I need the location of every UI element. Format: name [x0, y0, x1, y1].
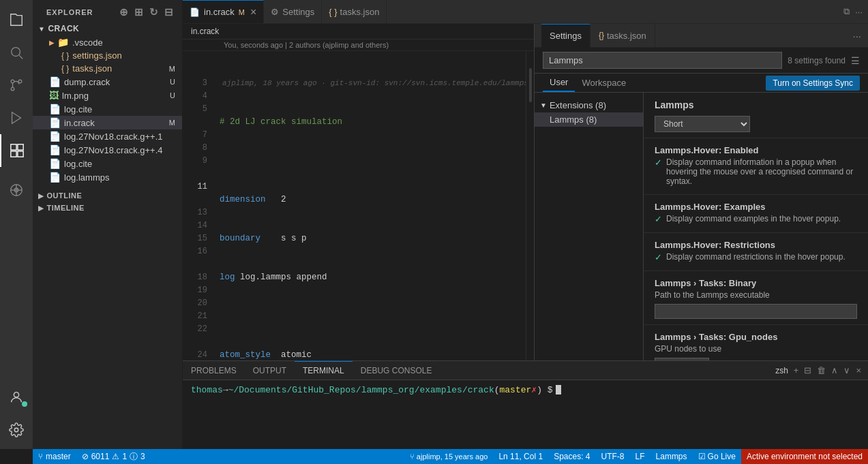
error-icon: ⊘ [82, 452, 89, 461]
tasks-gpu-desc: GPU nodes to use [655, 344, 857, 354]
settings-tab-label: Settings [282, 7, 314, 17]
git-branch-status[interactable]: ⑂ master [33, 449, 76, 464]
terminal-trash-icon[interactable]: 🗑 [817, 365, 826, 375]
encoding-status[interactable]: UTF-8 [596, 449, 630, 464]
log-cite2-item[interactable]: 📄 log.cite [33, 157, 182, 170]
log-lammps-label: log.lammps [64, 172, 109, 183]
extensions-icon[interactable] [0, 134, 33, 167]
git-blame-label: ⑂ ajplimp, 15 years ago [410, 452, 488, 461]
code-lines[interactable]: ajplimp, 18 years ago · git-svn-id: svn:… [217, 51, 526, 360]
hover-examples-title: Lammps.Hover: Examples [655, 202, 857, 212]
terminal-branch: master [500, 385, 532, 395]
settings-inner-tab[interactable]: Settings [541, 24, 590, 48]
vscode-folder[interactable]: ▶ 📁 .vscode [33, 35, 182, 49]
code-line: log log.lammps append [220, 271, 526, 284]
terminal-down-icon[interactable]: ∨ [843, 365, 850, 375]
in-crack-tab[interactable]: 📄 in.crack M × [183, 0, 264, 24]
account-icon[interactable] [0, 381, 33, 414]
tasks-json-tab[interactable]: { } tasks.json [322, 0, 387, 24]
timeline-section[interactable]: ▶TIMELINE [33, 202, 182, 214]
lammps-settings-title: Lammps [644, 93, 868, 113]
settings-content[interactable]: Lammps Short Long Lammps.Hover: Enabl [644, 93, 868, 360]
new-file-icon[interactable]: ⊕ [119, 6, 129, 18]
errors-status[interactable]: ⊘ 6011 ⚠ 1 ⓘ 3 [76, 449, 151, 464]
log-cite-label: log.cite [64, 104, 92, 114]
encoding-label: UTF-8 [601, 452, 625, 461]
line-col-status[interactable]: Ln 11, Col 1 [493, 449, 548, 464]
workspace-tab[interactable]: Workspace [575, 74, 633, 91]
lm-png-item[interactable]: 🖼 lm.png U [33, 89, 182, 102]
settings-tab[interactable]: ⚙ Settings [264, 0, 322, 24]
code-line: dimension 2 [220, 194, 526, 206]
python-env-status[interactable]: Active environment not selected [741, 449, 868, 464]
in-crack-tab-modified: M [239, 8, 245, 16]
vscode-folder-label: .vscode [72, 37, 103, 48]
tasks-json-label: tasks.json [72, 63, 112, 74]
source-control-icon[interactable] [0, 69, 33, 102]
terminal-add-icon[interactable]: + [794, 365, 799, 375]
sync-settings-button[interactable]: Turn on Settings Sync [766, 76, 860, 91]
warning-icon: ⚠ [112, 452, 119, 461]
dump-crack-item[interactable]: 📄 dump.crack U [33, 75, 182, 89]
git-blame-status[interactable]: ⑂ ajplimp, 15 years ago [404, 449, 494, 464]
extensions-tree-item[interactable]: ▼ Extensions (8) [535, 98, 643, 112]
lammps-icon[interactable] [0, 174, 33, 206]
refresh-icon[interactable]: ↻ [149, 6, 159, 18]
lammps-style-dropdown[interactable]: Short Long [655, 116, 750, 132]
more-tabs-icon[interactable]: ··· [855, 7, 863, 17]
debug-console-tab[interactable]: DEBUG CONSOLE [353, 361, 440, 380]
code-body[interactable]: 3 4 5 7 8 9 11 13 14 15 [183, 51, 534, 360]
hover-enabled-desc: Display command information in a popup w… [666, 157, 857, 186]
debug-icon[interactable] [0, 102, 33, 134]
lammps-tree-item[interactable]: Lammps (8) [535, 112, 643, 127]
error-count: 6011 [91, 452, 110, 461]
in-crack-tab-close[interactable]: × [250, 6, 256, 18]
log-cite-item[interactable]: 📄 log.cite [33, 102, 182, 116]
log1-item[interactable]: 📄 log.27Nov18.crack.g++.1 [33, 129, 182, 143]
outline-section[interactable]: ▶OUTLINE [33, 189, 182, 202]
language-status[interactable]: Lammps [650, 449, 693, 464]
terminal-cursor[interactable] [556, 385, 561, 395]
terminal-tabs-bar: PROBLEMS OUTPUT TERMINAL DEBUG CONSOLE z… [183, 361, 868, 380]
editor-scrollbar[interactable] [526, 51, 534, 360]
go-live-status[interactable]: ☑ Go Live [693, 449, 741, 464]
svg-rect-7 [18, 144, 23, 150]
settings-json-item[interactable]: { } settings.json [33, 49, 182, 62]
settings-panel: Settings {} tasks.json ··· 8 settings fo… [534, 24, 868, 360]
terminal-split-icon[interactable]: ⊟ [804, 365, 811, 375]
user-tab[interactable]: User [543, 74, 575, 92]
files-icon[interactable] [0, 3, 33, 36]
settings-gear-icon[interactable] [0, 414, 33, 446]
tasks-binary-input[interactable]: /home/thomas/bin/lmp [655, 304, 857, 319]
settings-filter-icon[interactable]: ☰ [851, 55, 860, 66]
tabs-bar: 📄 in.crack M × ⚙ Settings { } tasks.json… [183, 0, 868, 24]
collapse-all-icon[interactable]: ⊟ [164, 6, 174, 18]
settings-tree: ▼ Extensions (8) Lammps (8) [535, 93, 644, 360]
tasks-json-item[interactable]: { } tasks.json M [33, 62, 182, 75]
hover-restrictions-title: Lammps.Hover: Restrictions [655, 240, 857, 250]
terminal-area: PROBLEMS OUTPUT TERMINAL DEBUG CONSOLE z… [183, 360, 868, 449]
settings-search-input[interactable] [543, 52, 782, 69]
hover-enabled-title: Lammps.Hover: Enabled [655, 145, 857, 155]
terminal-tab[interactable]: TERMINAL [295, 361, 353, 380]
log4-item[interactable]: 📄 log.27Nov18.crack.g++.4 [33, 143, 182, 157]
spaces-status[interactable]: Spaces: 4 [548, 449, 595, 464]
hover-examples-desc: Display command examples in the hover po… [666, 214, 841, 223]
search-icon[interactable] [0, 36, 33, 69]
crack-section[interactable]: ▼ CRACK [33, 22, 182, 35]
git-branch-icon: ⑂ [38, 452, 43, 461]
settings-panel-menu-icon[interactable]: ··· [852, 30, 861, 42]
split-editor-icon[interactable]: ⧉ [843, 6, 850, 17]
problems-tab[interactable]: PROBLEMS [183, 361, 245, 380]
in-crack-item[interactable]: 📄 in.crack M [33, 116, 182, 129]
terminal-body[interactable]: thomas → ~/Documents/GitHub_Repos/lammps… [183, 380, 868, 449]
terminal-close-icon[interactable]: × [856, 365, 861, 375]
output-tab[interactable]: OUTPUT [245, 361, 295, 380]
new-folder-icon[interactable]: ⊞ [134, 6, 144, 18]
tasks-json-inner-tab[interactable]: {} tasks.json [590, 24, 655, 48]
log-lammps-item[interactable]: 📄 log.lammps [33, 170, 182, 184]
terminal-path: ~/Documents/GitHub_Repos/lammps_org/exam… [228, 385, 494, 395]
terminal-up-icon[interactable]: ∧ [831, 365, 838, 375]
svg-point-4 [11, 87, 14, 91]
eol-status[interactable]: LF [630, 449, 650, 464]
